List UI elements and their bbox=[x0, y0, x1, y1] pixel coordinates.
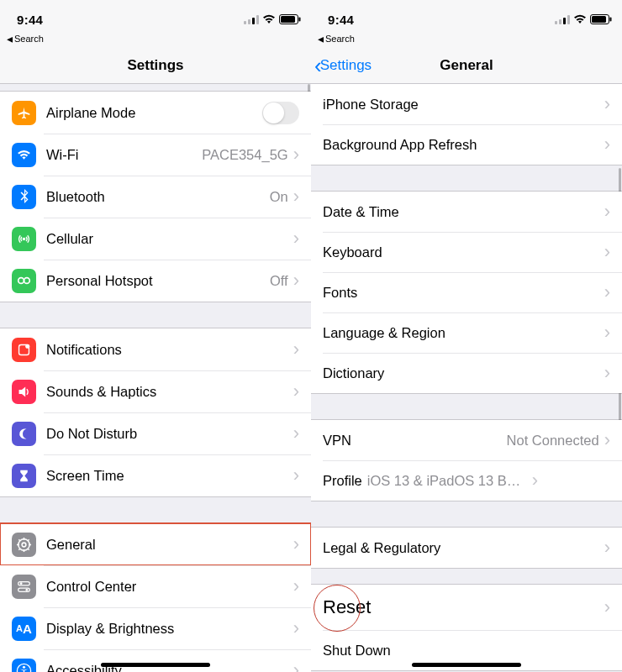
svg-rect-1 bbox=[248, 19, 250, 24]
sounds-row[interactable]: Sounds & Haptics › bbox=[0, 370, 311, 412]
control-center-row[interactable]: Control Center › bbox=[0, 565, 311, 607]
chevron-right-icon: › bbox=[604, 538, 610, 557]
language-row[interactable]: Language & Region› bbox=[311, 312, 622, 353]
svg-point-7 bbox=[23, 237, 25, 239]
date-time-row[interactable]: Date & Time› bbox=[311, 192, 622, 232]
network-group: VPNNot Connected› ProfileiOS 13 & iPadOS… bbox=[311, 419, 622, 501]
settings-list[interactable]: Airplane Mode Wi-Fi PACE354_5G › Bluetoo… bbox=[0, 84, 311, 672]
chevron-right-icon: › bbox=[604, 202, 610, 221]
connectivity-group: Airplane Mode Wi-Fi PACE354_5G › Bluetoo… bbox=[0, 91, 311, 302]
signal-icon bbox=[555, 15, 570, 24]
dnd-row[interactable]: Do Not Disturb › bbox=[0, 412, 311, 454]
svg-line-20 bbox=[18, 548, 20, 549]
accessibility-icon bbox=[12, 659, 36, 673]
text-size-icon: AA bbox=[12, 617, 36, 641]
legal-group: Legal & Regulatory› bbox=[311, 527, 622, 569]
svg-rect-6 bbox=[299, 18, 301, 22]
back-chevron-icon: ◂ bbox=[318, 33, 324, 45]
chevron-right-icon: › bbox=[604, 598, 610, 617]
chevron-right-icon: › bbox=[293, 145, 299, 164]
chevron-right-icon: › bbox=[604, 135, 610, 154]
svg-point-25 bbox=[25, 588, 28, 591]
legal-row[interactable]: Legal & Regulatory› bbox=[311, 528, 622, 568]
gear-icon bbox=[12, 533, 36, 557]
chevron-right-icon: › bbox=[293, 619, 299, 638]
reset-group: Reset› Shut Down bbox=[311, 584, 622, 671]
signal-icon bbox=[244, 15, 259, 24]
background-refresh-row[interactable]: Background App Refresh› bbox=[311, 124, 622, 165]
moon-icon bbox=[12, 422, 36, 446]
status-bar: 9:44 bbox=[311, 0, 622, 34]
switches-icon bbox=[12, 575, 36, 599]
svg-rect-0 bbox=[244, 21, 246, 24]
chevron-right-icon: › bbox=[604, 431, 610, 449]
status-bar: 9:44 bbox=[0, 0, 311, 34]
chevron-right-icon: › bbox=[604, 364, 610, 382]
back-to-search[interactable]: ◂Search bbox=[311, 34, 622, 47]
keyboard-row[interactable]: Keyboard› bbox=[311, 232, 622, 272]
cellular-row[interactable]: Cellular › bbox=[0, 218, 311, 260]
chevron-right-icon: › bbox=[293, 340, 299, 359]
reset-row[interactable]: Reset› bbox=[311, 585, 622, 630]
svg-point-27 bbox=[23, 665, 25, 668]
svg-rect-34 bbox=[567, 15, 570, 24]
storage-group: iPhone Storage› Background App Refresh› bbox=[311, 84, 622, 165]
chevron-right-icon: › bbox=[293, 271, 299, 290]
svg-point-23 bbox=[20, 582, 23, 585]
settings-screen: 9:44 ◂Search Settings Airplane Mode Wi-F… bbox=[0, 0, 311, 672]
general-row[interactable]: General › bbox=[0, 523, 311, 565]
display-row[interactable]: AA Display & Brightness › bbox=[0, 607, 311, 649]
status-icons bbox=[555, 14, 612, 24]
screentime-row[interactable]: Screen Time › bbox=[0, 454, 311, 496]
home-indicator[interactable] bbox=[101, 663, 210, 667]
general-list[interactable]: iPhone Storage› Background App Refresh› … bbox=[311, 84, 622, 672]
profile-row[interactable]: ProfileiOS 13 & iPadOS 13 Beta Software … bbox=[311, 460, 622, 501]
accessibility-row[interactable]: Accessibility › bbox=[0, 649, 311, 672]
wifi-row[interactable]: Wi-Fi PACE354_5G › bbox=[0, 134, 311, 176]
alerts-group: Notifications › Sounds & Haptics › Do No… bbox=[0, 328, 311, 497]
airplane-toggle[interactable] bbox=[262, 102, 299, 124]
status-time: 9:44 bbox=[17, 13, 43, 27]
hotspot-icon bbox=[12, 269, 36, 293]
input-group: Date & Time› Keyboard› Fonts› Language &… bbox=[311, 191, 622, 394]
chevron-right-icon: › bbox=[604, 243, 610, 261]
svg-rect-32 bbox=[559, 19, 561, 24]
wifi-settings-icon bbox=[12, 143, 36, 167]
nav-bar: ‹Settings General bbox=[311, 47, 622, 84]
airplane-icon bbox=[12, 101, 36, 125]
nav-bar: Settings bbox=[0, 47, 311, 84]
svg-point-11 bbox=[25, 344, 29, 348]
page-title: General bbox=[440, 57, 493, 74]
svg-rect-36 bbox=[592, 16, 606, 23]
nav-back-button[interactable]: ‹Settings bbox=[314, 47, 372, 84]
wifi-icon bbox=[573, 14, 587, 24]
chevron-right-icon: › bbox=[293, 661, 299, 672]
svg-line-18 bbox=[18, 539, 20, 541]
page-title: Settings bbox=[127, 57, 183, 74]
chevron-right-icon: › bbox=[293, 382, 299, 401]
svg-point-13 bbox=[22, 543, 26, 547]
chevron-right-icon: › bbox=[293, 229, 299, 248]
iphone-storage-row[interactable]: iPhone Storage› bbox=[311, 84, 622, 124]
chevron-right-icon: › bbox=[293, 535, 299, 554]
cellular-icon bbox=[12, 227, 36, 251]
home-indicator[interactable] bbox=[412, 663, 521, 667]
vpn-row[interactable]: VPNNot Connected› bbox=[311, 420, 622, 460]
airplane-mode-row[interactable]: Airplane Mode bbox=[0, 92, 311, 134]
dictionary-row[interactable]: Dictionary› bbox=[311, 353, 622, 393]
chevron-right-icon: › bbox=[293, 424, 299, 443]
back-chevron-icon: ◂ bbox=[7, 33, 13, 45]
svg-point-8 bbox=[18, 278, 24, 284]
chevron-right-icon: › bbox=[604, 323, 610, 342]
svg-rect-31 bbox=[555, 21, 557, 24]
bluetooth-row[interactable]: Bluetooth On › bbox=[0, 176, 311, 218]
back-to-search[interactable]: ◂Search bbox=[0, 34, 311, 47]
chevron-right-icon: › bbox=[532, 471, 538, 490]
fonts-row[interactable]: Fonts› bbox=[311, 272, 622, 312]
notifications-row[interactable]: Notifications › bbox=[0, 328, 311, 370]
hotspot-row[interactable]: Personal Hotspot Off › bbox=[0, 260, 311, 302]
chevron-right-icon: › bbox=[293, 577, 299, 596]
sounds-icon bbox=[12, 380, 36, 404]
wifi-icon bbox=[262, 14, 276, 24]
system-group: General › Control Center › AA Display & … bbox=[0, 522, 311, 672]
